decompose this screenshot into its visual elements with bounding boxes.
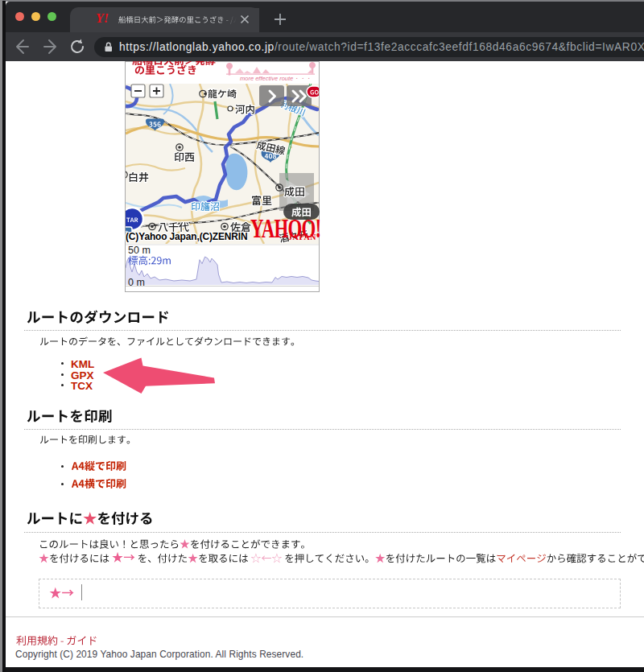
svg-text:more effective route・・・: more effective route・・・: [240, 75, 312, 82]
